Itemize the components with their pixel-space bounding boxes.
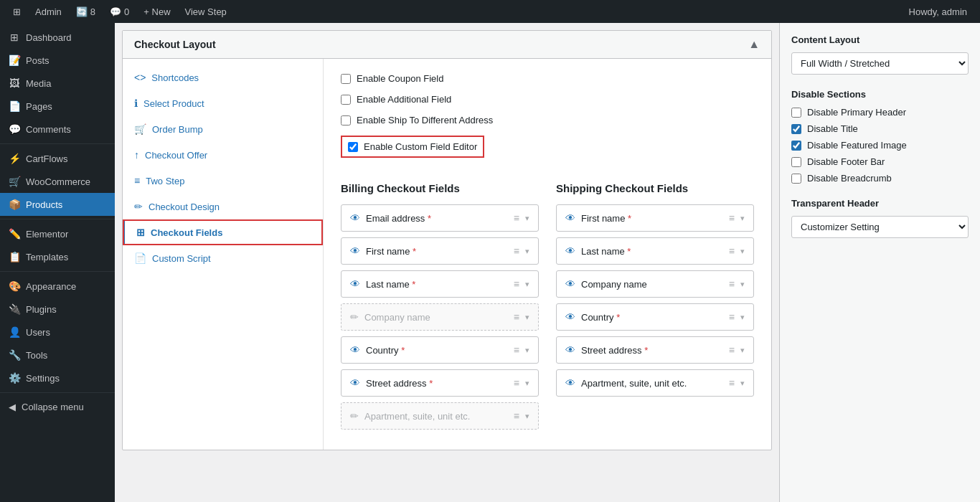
adminbar-updates[interactable]: 🔄 8 bbox=[70, 0, 101, 23]
eye-icon-street[interactable]: 👁 bbox=[350, 377, 360, 389]
comments-count: 0 bbox=[124, 6, 129, 17]
content-layout-select[interactable]: Full Width / Stretched Boxed Contained bbox=[791, 52, 969, 75]
adminbar-new[interactable]: + New bbox=[138, 0, 176, 23]
sidebar-item-woocommerce[interactable]: 🛒 WooCommerce bbox=[0, 170, 115, 193]
shipping-drag-street[interactable]: ≡ bbox=[729, 344, 735, 356]
shipping-eye-last-name[interactable]: 👁 bbox=[565, 245, 575, 257]
transparent-header-heading: Transparent Header bbox=[791, 198, 969, 209]
shipping-eye-first-name[interactable]: 👁 bbox=[565, 212, 575, 224]
drag-handle-email[interactable]: ≡ bbox=[514, 212, 519, 224]
chevron-email[interactable]: ▾ bbox=[525, 214, 529, 223]
adminbar-site-name[interactable]: Admin bbox=[29, 0, 67, 23]
sidebar-item-pages[interactable]: 📄 Pages bbox=[0, 95, 115, 118]
disable-primary-header-checkbox[interactable] bbox=[791, 108, 801, 118]
shipping-eye-country[interactable]: 👁 bbox=[565, 311, 575, 323]
drag-handle-company[interactable]: ≡ bbox=[514, 311, 519, 323]
shipping-drag-country[interactable]: ≡ bbox=[729, 311, 735, 323]
sidebar-item-settings[interactable]: ⚙️ Settings bbox=[0, 366, 115, 389]
eye-icon-last-name[interactable]: 👁 bbox=[350, 278, 360, 290]
shipping-chevron-company[interactable]: ▾ bbox=[740, 280, 745, 289]
sidebar-item-products[interactable]: 📦 Products bbox=[0, 193, 115, 216]
nav-item-order-bump[interactable]: 🛒 Order Bump bbox=[123, 116, 323, 142]
drag-handle-street[interactable]: ≡ bbox=[514, 377, 519, 389]
nav-item-two-step[interactable]: ≡ Two Step bbox=[123, 168, 323, 194]
shipping-chevron-apartment[interactable]: ▾ bbox=[740, 379, 745, 388]
enable-additional-checkbox[interactable] bbox=[341, 95, 351, 105]
sidebar-item-comments[interactable]: 💬 Comments bbox=[0, 118, 115, 141]
chevron-street[interactable]: ▾ bbox=[525, 379, 529, 388]
enable-custom-field-checkbox[interactable] bbox=[348, 142, 358, 152]
adminbar-comments[interactable]: 💬 0 bbox=[104, 0, 135, 23]
shipping-chevron-street[interactable]: ▾ bbox=[740, 346, 745, 355]
sidebar-item-elementor[interactable]: ✏️ Elementor bbox=[0, 222, 115, 245]
shipping-drag-company[interactable]: ≡ bbox=[729, 278, 735, 290]
disable-title-checkbox[interactable] bbox=[791, 124, 801, 134]
sidebar-item-cartflows[interactable]: ⚡ CartFlows bbox=[0, 147, 115, 170]
nav-item-shortcodes[interactable]: <> Shortcodes bbox=[123, 65, 323, 90]
enable-ship-checkbox[interactable] bbox=[341, 115, 351, 126]
enable-coupon-checkbox[interactable] bbox=[341, 74, 351, 84]
sidebar-item-tools[interactable]: 🔧 Tools bbox=[0, 344, 115, 366]
chevron-first-name[interactable]: ▾ bbox=[525, 247, 529, 256]
sidebar-item-appearance[interactable]: 🎨 Appearance bbox=[0, 275, 115, 298]
eye-icon-email[interactable]: 👁 bbox=[350, 212, 360, 224]
sidebar-label-settings: Settings bbox=[26, 373, 60, 384]
drag-handle-apartment[interactable]: ≡ bbox=[514, 410, 519, 422]
shipping-eye-street[interactable]: 👁 bbox=[565, 344, 575, 356]
chevron-company[interactable]: ▾ bbox=[525, 313, 529, 322]
drag-handle-country[interactable]: ≡ bbox=[514, 344, 519, 356]
chevron-country[interactable]: ▾ bbox=[525, 346, 529, 355]
drag-handle-first-name[interactable]: ≡ bbox=[514, 245, 519, 257]
sidebar-label-products: Products bbox=[26, 199, 62, 210]
disable-featured-image-checkbox[interactable] bbox=[791, 141, 801, 151]
disable-breadcrumb-checkbox[interactable] bbox=[791, 174, 801, 184]
media-icon: 🖼 bbox=[9, 77, 20, 89]
sidebar-item-users[interactable]: 👤 Users bbox=[0, 321, 115, 344]
eye-icon-first-name[interactable]: 👁 bbox=[350, 245, 360, 257]
adminbar-view-step[interactable]: View Step bbox=[179, 0, 232, 23]
shipping-eye-apartment[interactable]: 👁 bbox=[565, 377, 575, 389]
shipping-fields-col: Shipping Checkout Fields 👁 First name * … bbox=[556, 182, 754, 435]
sidebar-item-templates[interactable]: 📋 Templates bbox=[0, 245, 115, 268]
adminbar-wp-logo[interactable]: ⊞ bbox=[7, 0, 27, 23]
sidebar-item-media[interactable]: 🖼 Media bbox=[0, 72, 115, 95]
shipping-drag-first-name[interactable]: ≡ bbox=[729, 212, 735, 224]
shipping-chevron-first-name[interactable]: ▾ bbox=[740, 214, 745, 223]
billing-field-email: 👁 Email address * ≡ ▾ bbox=[341, 204, 539, 232]
sidebar-item-plugins[interactable]: 🔌 Plugins bbox=[0, 298, 115, 321]
sidebar-item-posts[interactable]: 📝 Posts bbox=[0, 49, 115, 72]
disable-footer-bar-checkbox[interactable] bbox=[791, 157, 801, 167]
eye-icon-country[interactable]: 👁 bbox=[350, 344, 360, 356]
nav-item-custom-script[interactable]: 📄 Custom Script bbox=[123, 245, 323, 271]
users-icon: 👤 bbox=[9, 326, 20, 338]
shipping-chevron-country[interactable]: ▾ bbox=[740, 313, 745, 322]
pages-icon: 📄 bbox=[9, 100, 20, 112]
shipping-drag-apartment[interactable]: ≡ bbox=[729, 377, 735, 389]
shipping-eye-company[interactable]: 👁 bbox=[565, 278, 575, 290]
nav-item-checkout-fields[interactable]: ⊞ Checkout Fields bbox=[123, 219, 323, 245]
checkbox-row-custom-field: Enable Custom Field Editor bbox=[341, 136, 484, 158]
chevron-apartment[interactable]: ▾ bbox=[525, 412, 529, 421]
eye-icon-company[interactable]: ✏ bbox=[350, 311, 359, 323]
sidebar-item-dashboard[interactable]: ⊞ Dashboard bbox=[0, 26, 115, 49]
sidebar-label-media: Media bbox=[26, 78, 51, 89]
collapse-menu-button[interactable]: ◀ Collapse menu bbox=[0, 396, 115, 418]
chevron-last-name[interactable]: ▾ bbox=[525, 280, 529, 289]
nav-item-checkout-design[interactable]: ✏ Checkout Design bbox=[123, 194, 323, 219]
shipping-field-last-name: 👁 Last name * ≡ ▾ bbox=[556, 237, 754, 265]
shipping-field-apartment: 👁 Apartment, suite, unit etc. ≡ ▾ bbox=[556, 369, 754, 397]
nav-label-checkout-offer: Checkout Offer bbox=[145, 150, 207, 161]
billing-field-country: 👁 Country * ≡ ▾ bbox=[341, 336, 539, 364]
panel-collapse-button[interactable]: ▲ bbox=[748, 38, 760, 51]
nav-label-two-step: Two Step bbox=[146, 176, 184, 186]
eye-icon-apartment[interactable]: ✏ bbox=[350, 410, 359, 422]
shipping-field-country: 👁 Country * ≡ ▾ bbox=[556, 303, 754, 331]
shipping-chevron-last-name[interactable]: ▾ bbox=[740, 247, 745, 256]
shipping-drag-last-name[interactable]: ≡ bbox=[729, 245, 735, 257]
nav-item-select-product[interactable]: ℹ Select Product bbox=[123, 90, 323, 116]
nav-item-checkout-offer[interactable]: ↑ Checkout Offer bbox=[123, 142, 323, 168]
updates-count: 8 bbox=[90, 6, 95, 17]
transparent-header-select[interactable]: Customizer Setting Enable Disable bbox=[791, 216, 969, 238]
drag-handle-last-name[interactable]: ≡ bbox=[514, 278, 519, 290]
cartflows-icon: ⚡ bbox=[9, 153, 20, 164]
